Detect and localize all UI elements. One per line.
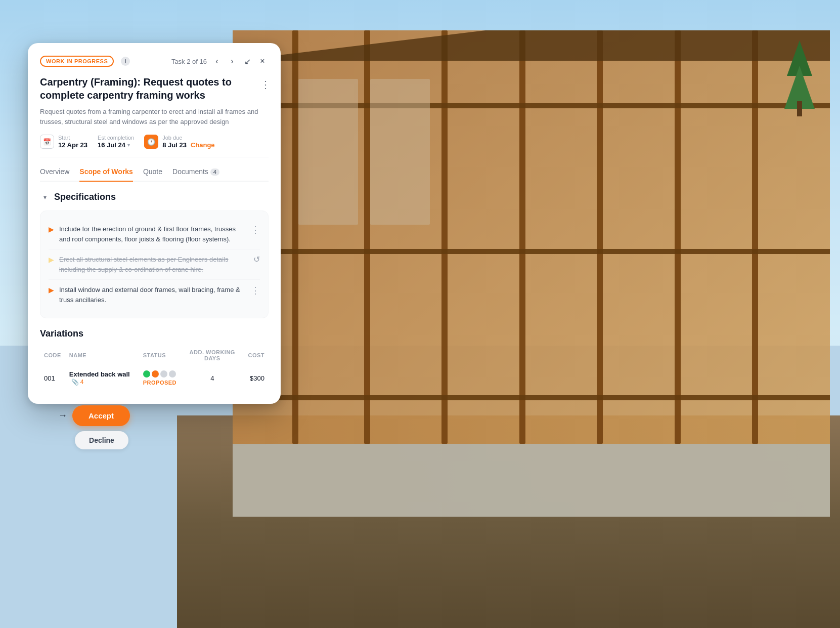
job-due-row: 8 Jul 23 Change — [162, 141, 214, 149]
table-header-row: CODE NAME STATUS ADD. WORKING DAYS COST — [40, 346, 269, 364]
specifications-box: ▶ Include for the erection of ground & f… — [40, 211, 269, 318]
tab-documents[interactable]: Documents4 — [172, 168, 219, 182]
specifications-header: ▾ Specifications — [40, 192, 269, 202]
start-label: Start — [58, 135, 87, 141]
status-proposed: PROPOSED — [143, 380, 176, 386]
spec-item-1: ▶ Include for the erection of ground & f… — [49, 219, 260, 249]
task-description: Request quotes from a framing carpenter … — [40, 107, 269, 127]
variations-title: Variations — [40, 328, 269, 339]
undo-icon[interactable]: ↺ — [253, 255, 260, 264]
dot-2 — [152, 370, 159, 378]
pin-button[interactable]: ↙ — [241, 55, 253, 67]
next-task-button[interactable]: › — [226, 55, 238, 67]
row-status-cell: PROPOSED — [139, 364, 181, 392]
col-status: STATUS — [139, 346, 181, 364]
spec-menu-icon-1[interactable]: ⋮ — [251, 224, 260, 235]
job-due-value: 8 Jul 23 — [162, 141, 187, 149]
job-due-info: Job due 8 Jul 23 Change — [162, 135, 214, 149]
accept-button[interactable]: Accept — [72, 405, 130, 426]
decline-button[interactable]: Decline — [75, 431, 128, 449]
row-code: 001 — [40, 364, 65, 392]
attachments-icon[interactable]: 📎 4 — [71, 379, 84, 386]
spec-item-2: ▶ Erect all structural steel elements as… — [49, 249, 260, 279]
row-cost: $300 — [244, 364, 269, 392]
task-label: Task 2 of 16 — [171, 58, 207, 65]
est-completion-info: Est completion 16 Jul 24 ▾ — [98, 135, 134, 149]
calendar-icon: 📅 — [40, 135, 54, 149]
change-button[interactable]: Change — [191, 141, 215, 149]
spec-text-1: Include for the erection of ground & fir… — [59, 224, 246, 244]
status-bar: WORK IN PROGRESS i Task 2 of 16 ‹ › ↙ × — [40, 55, 269, 67]
col-cost: COST — [244, 346, 269, 364]
info-icon[interactable]: i — [121, 57, 130, 66]
est-value-group[interactable]: 16 Jul 24 ▾ — [98, 141, 134, 149]
task-card: WORK IN PROGRESS i Task 2 of 16 ‹ › ↙ × … — [28, 43, 281, 404]
spec-item-3: ▶ Install window and external door frame… — [49, 279, 260, 310]
play-arrow-icon-2: ▶ — [49, 256, 54, 264]
accept-row: → Accept — [58, 405, 130, 426]
more-options-button[interactable]: ⋮ — [260, 78, 271, 91]
dot-4 — [169, 370, 176, 378]
tab-scope-of-works[interactable]: Scope of Works — [79, 168, 133, 182]
more-vert-icon: ⋮ — [260, 79, 271, 90]
spec-text-3: Install window and external door frames,… — [59, 285, 246, 305]
tab-quote[interactable]: Quote — [143, 168, 162, 182]
row-name-cell: Extended back wall 📎 4 — [65, 364, 139, 392]
close-button[interactable]: × — [256, 55, 269, 67]
chevron-down-icon: ▾ — [127, 142, 130, 148]
nav-controls: ‹ › ↙ × — [211, 55, 269, 67]
start-date-group: 📅 Start 12 Apr 23 — [40, 135, 87, 149]
prev-task-button[interactable]: ‹ — [211, 55, 223, 67]
documents-badge: 4 — [210, 169, 219, 176]
play-arrow-icon-3: ▶ — [49, 286, 54, 294]
dot-1 — [143, 370, 150, 378]
specifications-title: Specifications — [54, 192, 116, 202]
arrow-right-icon: → — [58, 410, 67, 421]
est-completion-group: Est completion 16 Jul 24 ▾ — [98, 135, 134, 149]
status-info: Task 2 of 16 ‹ › ↙ × — [171, 55, 269, 67]
est-label: Est completion — [98, 135, 134, 141]
task-title: Carpentry (Framing): Request quotes to c… — [40, 75, 269, 102]
tab-overview[interactable]: Overview — [40, 168, 69, 182]
building-frame — [233, 30, 830, 517]
clock-icon: 🕐 — [144, 135, 158, 149]
job-due-group: 🕐 Job due 8 Jul 23 Change — [144, 135, 214, 149]
dates-row: 📅 Start 12 Apr 23 Est completion 16 Jul … — [40, 135, 269, 157]
col-code: CODE — [40, 346, 65, 364]
job-due-label: Job due — [162, 135, 214, 141]
row-days: 4 — [181, 364, 244, 392]
collapse-button[interactable]: ▾ — [40, 192, 50, 202]
tabs: Overview Scope of Works Quote Documents4 — [40, 168, 269, 182]
task-card-wrapper: WORK IN PROGRESS i Task 2 of 16 ‹ › ↙ × … — [28, 43, 281, 404]
play-arrow-icon-1: ▶ — [49, 225, 54, 233]
est-value: 16 Jul 24 — [98, 141, 125, 149]
col-name: NAME — [65, 346, 139, 364]
dot-3 — [160, 370, 167, 378]
trees — [774, 40, 825, 142]
spec-menu-icon-3[interactable]: ⋮ — [251, 285, 260, 296]
table-row: 001 Extended back wall 📎 4 PROPOSED — [40, 364, 269, 392]
spec-text-2: Erect all structural steel elements as p… — [59, 255, 248, 274]
start-value: 12 Apr 23 — [58, 141, 87, 149]
variations-table: CODE NAME STATUS ADD. WORKING DAYS COST … — [40, 346, 269, 392]
status-dots — [143, 370, 176, 378]
start-date-info: Start 12 Apr 23 — [58, 135, 87, 149]
action-buttons: → Accept Decline — [58, 405, 130, 449]
work-in-progress-badge: WORK IN PROGRESS — [40, 56, 114, 67]
col-days: ADD. WORKING DAYS — [181, 346, 244, 364]
variation-name: Extended back wall — [69, 370, 130, 378]
